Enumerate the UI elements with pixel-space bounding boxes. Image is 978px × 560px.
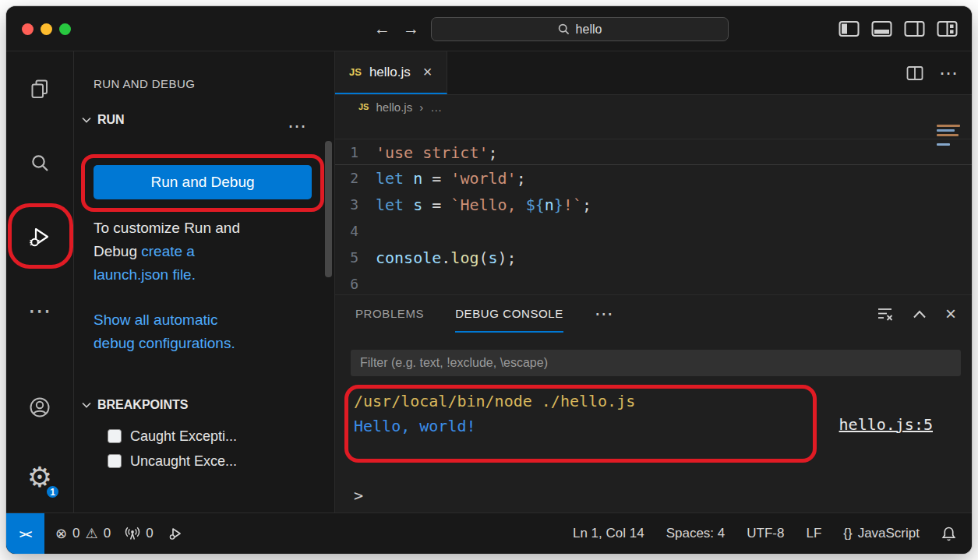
broadcast-icon [125, 527, 140, 541]
breakpoint-caught-exceptions[interactable]: Caught Excepti... [108, 424, 334, 449]
checkbox[interactable] [108, 454, 122, 468]
line-number: 3 [335, 192, 376, 218]
breadcrumb-symbol[interactable]: … [430, 100, 442, 114]
show-all-configurations-link[interactable]: Show all automatic debug configurations. [94, 312, 235, 351]
code-line[interactable]: 4 [335, 218, 972, 245]
warning-icon: ⚠ [86, 527, 98, 541]
panel-actions: × [877, 295, 956, 333]
search-icon [29, 152, 51, 174]
command-center-search[interactable]: hello [431, 17, 729, 41]
javascript-file-icon: JS [358, 102, 369, 111]
remote-icon: >< [19, 527, 32, 541]
close-tab-button[interactable]: × [423, 63, 433, 81]
language-mode[interactable]: {} JavaScript [843, 526, 920, 541]
zoom-window-button[interactable] [59, 23, 71, 35]
accounts-button[interactable] [6, 372, 73, 442]
more-icon: ⋯ [28, 299, 51, 322]
editor-more-actions-button[interactable]: ⋯ [939, 64, 958, 83]
forward-button[interactable]: → [403, 19, 419, 38]
breakpoint-uncaught-exceptions[interactable]: Uncaught Exce... [108, 449, 334, 474]
vscode-window: ← → hello [6, 6, 972, 554]
bottom-panel: PROBLEMS DEBUG CONSOLE ⋯ × /usr/local/bi… [335, 294, 972, 512]
close-window-button[interactable] [22, 23, 34, 35]
cursor-position[interactable]: Ln 1, Col 14 [573, 526, 644, 541]
line-number: 6 [335, 271, 376, 294]
back-button[interactable]: ← [374, 19, 390, 38]
code-line[interactable]: 1'use strict'; [335, 139, 972, 165]
line-number: 5 [335, 245, 376, 271]
account-icon [28, 396, 51, 419]
toggle-panel-button[interactable] [871, 20, 892, 37]
run-and-debug-activity-button[interactable] [6, 199, 73, 273]
search-icon [558, 23, 570, 35]
code-line[interactable]: 5console.log(s); [335, 245, 972, 271]
explorer-activity-button[interactable] [6, 51, 73, 125]
clear-console-button[interactable] [877, 306, 894, 322]
console-line: /usr/local/bin/node ./hello.js [354, 389, 956, 414]
run-and-debug-sidebar: RUN AND DEBUG ⋯ RUN Run and Debug To cus… [74, 51, 335, 512]
files-icon [29, 78, 51, 100]
sidebar-title: RUN AND DEBUG [74, 75, 334, 92]
settings-badge: 1 [45, 484, 60, 499]
minimize-window-button[interactable] [41, 23, 52, 35]
javascript-file-icon: JS [349, 66, 362, 78]
editor-group: JS hello.js × ⋯ JS hello.js › … 1'use [335, 51, 972, 512]
chevron-down-icon [82, 117, 91, 123]
close-panel-button[interactable]: × [945, 305, 956, 323]
code-line[interactable]: 3let s = `Hello, ${n}!`; [335, 192, 972, 218]
problems-indicator[interactable]: ⊗ 0 ⚠ 0 [55, 526, 111, 541]
toggle-secondary-sidebar-button[interactable] [904, 20, 925, 37]
show-all-configurations: Show all automatic debug configurations. [94, 308, 246, 355]
customize-hint-text: To customize Run and Debug create a laun… [94, 217, 246, 287]
command-center-value: hello [576, 23, 602, 37]
breadcrumb[interactable]: JS hello.js › … [335, 95, 972, 118]
braces-icon: {} [843, 526, 852, 541]
console-input-prompt[interactable]: > [354, 486, 363, 505]
encoding[interactable]: UTF-8 [747, 526, 784, 541]
minimap[interactable] [937, 125, 968, 148]
window-controls [22, 23, 71, 35]
eol-sequence[interactable]: LF [806, 526, 821, 541]
debug-icon [168, 526, 183, 541]
debug-console-output: /usr/local/bin/node ./hello.jsHello, wor… [354, 389, 956, 438]
run-and-debug-button[interactable]: Run and Debug [94, 165, 312, 199]
toggle-primary-sidebar-button[interactable] [839, 20, 860, 37]
title-bar: ← → hello [6, 6, 972, 51]
line-number: 2 [335, 165, 376, 192]
breadcrumb-file[interactable]: hello.js [376, 100, 412, 114]
indentation[interactable]: Spaces: 4 [666, 526, 726, 541]
breakpoints-section-header[interactable]: BREAKPOINTS [74, 396, 334, 414]
sidebar-scrollbar[interactable] [325, 141, 332, 277]
sidebar-more-actions-button[interactable]: ⋯ [288, 117, 306, 136]
code-line[interactable]: 2let n = 'world'; [335, 165, 972, 192]
activity-bar: ⋯ ⚙ 1 [6, 51, 74, 512]
breadcrumb-separator-icon: › [419, 100, 423, 114]
customize-layout-button[interactable] [937, 20, 958, 37]
code-line[interactable]: 6 [335, 271, 972, 294]
console-filter-input[interactable] [351, 350, 961, 376]
bell-icon [941, 526, 956, 542]
chevron-down-icon [82, 402, 91, 408]
split-editor-button[interactable] [906, 65, 923, 81]
ports-indicator[interactable]: 0 [125, 526, 153, 541]
tab-debug-console[interactable]: DEBUG CONSOLE [455, 295, 563, 333]
run-and-debug-icon [27, 224, 52, 249]
settings-button[interactable]: ⚙ 1 [6, 442, 73, 512]
line-number: 1 [335, 139, 376, 164]
panel-more-tabs-button[interactable]: ⋯ [595, 295, 613, 333]
line-number: 4 [335, 218, 376, 245]
tab-problems[interactable]: PROBLEMS [355, 295, 424, 333]
notifications-bell-button[interactable] [941, 526, 956, 542]
debug-indicator[interactable] [168, 526, 183, 541]
checkbox[interactable] [108, 429, 122, 443]
status-bar: >< ⊗ 0 ⚠ 0 0 Ln 1, Col 14 Sp [6, 512, 972, 554]
search-activity-button[interactable] [6, 125, 73, 199]
code-editor[interactable]: 1'use strict';2let n = 'world';3let s = … [335, 118, 972, 294]
console-source-link[interactable]: hello.js:5 [839, 415, 933, 434]
maximize-panel-button[interactable] [913, 310, 927, 319]
tab-hello-js[interactable]: JS hello.js × [335, 51, 447, 94]
remote-indicator[interactable]: >< [6, 513, 44, 554]
additional-views-button[interactable]: ⋯ [6, 273, 73, 347]
error-icon: ⊗ [55, 527, 67, 541]
tab-label: hello.js [369, 65, 411, 80]
